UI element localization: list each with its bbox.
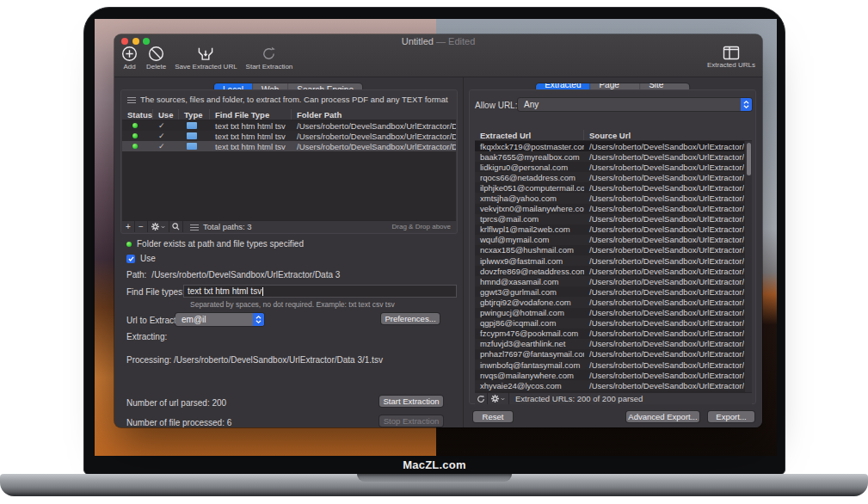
start-extraction-toolbar-button[interactable]: Start Extraction (246, 46, 293, 71)
check-icon: ✓ (153, 132, 179, 140)
use-checkbox[interactable] (126, 255, 135, 263)
source-url-cell: /Users/roberto/DevelSandbox/UrlExtractor… (584, 371, 752, 380)
folder-icon (187, 143, 197, 150)
status-dot (132, 144, 138, 149)
extracted-row[interactable]: ilphjke051@computermail.com/Users/robert… (475, 182, 752, 193)
extracted-url-cell: baak7655@myrealbox.com (475, 152, 584, 162)
source-url-cell: /Users/roberto/DevelSandbox/UrlExtractor… (584, 298, 752, 307)
extracted-row[interactable]: inwnbofq@fantasymail.com/Users/roberto/D… (475, 360, 752, 370)
extracted-row[interactable]: xhyvaie24@lycos.com/Users/roberto/DevelS… (475, 380, 752, 390)
extracted-row[interactable]: gbtjrqi92@vodafone.com/Users/roberto/Dev… (475, 297, 752, 307)
drag-drop-hint: Drag & Drop above (392, 223, 451, 230)
source-url-cell: /Users/roberto/DevelSandbox/UrlExtractor… (584, 287, 752, 297)
reload-button[interactable] (475, 393, 488, 404)
extracted-table-footer: Extracted URLs: 200 of 200 parsed (475, 392, 752, 404)
extracted-row[interactable]: ggwt3@gurlmail.com/Users/roberto/DevelSa… (475, 286, 752, 297)
extracted-url-cell: ggwt3@gurlmail.com (475, 287, 584, 297)
source-url-cell: /Users/roberto/DevelSandbox/UrlExtractor… (584, 183, 752, 193)
source-row[interactable]: ✓text txt htm html tsv/Users/roberto/Dev… (122, 120, 456, 131)
window-chrome: Untitled — Edited Add Delete (114, 34, 762, 77)
allow-url-popup[interactable]: Any (518, 98, 752, 111)
search-button[interactable] (169, 221, 182, 232)
extracted-table-body: fkqxlxck719@postmaster.com/Users/roberto… (475, 141, 752, 392)
extracted-url-cell: fzcypm476@pookmail.com (475, 329, 584, 338)
path-line: Path: /Users/roberto/DevelSandbox/UrlExt… (126, 270, 340, 280)
url-to-extract-popup[interactable]: em@il (175, 313, 264, 326)
delete-icon (148, 46, 164, 62)
stop-extraction-button[interactable]: Stop Extraction (379, 415, 443, 427)
extracted-url-cell: wquf@mymail.com (475, 235, 584, 244)
extracted-url-cell: rqocs66@netaddress.com (475, 173, 584, 182)
action-menu-button[interactable] (148, 221, 169, 232)
source-url-cell: /Users/roberto/DevelSandbox/UrlExtractor… (584, 235, 752, 244)
extracted-row[interactable]: qgpj86@icqmail.com/Users/roberto/DevelSa… (475, 318, 752, 329)
source-url-cell: /Users/roberto/DevelSandbox/UrlExtractor… (584, 381, 752, 390)
source-url-cell: /Users/roberto/DevelSandbox/UrlExtractor… (584, 308, 752, 317)
delete-button[interactable]: Delete (146, 46, 166, 71)
extracted-url-cell: dovzfre869@netaddress.com (475, 267, 584, 276)
export-button[interactable]: Export... (708, 411, 754, 422)
source-row[interactable]: ✓text txt htm html tsv/Users/roberto/Dev… (122, 141, 456, 151)
find-file-types-label: Find File types: (126, 287, 185, 297)
export-menu-button[interactable] (488, 393, 508, 404)
extracted-row[interactable]: mzfuvjd3@earthlink.net/Users/roberto/Dev… (475, 339, 752, 349)
sources-table-header: Status Use Type Find File Type Folder Pa… (122, 109, 456, 120)
extracted-row[interactable]: baak7655@myrealbox.com/Users/roberto/Dev… (475, 151, 752, 162)
extracted-row[interactable]: dovzfre869@netaddress.com/Users/roberto/… (475, 266, 752, 276)
find-file-types-help: Separated by spaces, no dot required. Ex… (190, 300, 395, 309)
extracted-row[interactable]: fkqxlxck719@postmaster.com/Users/roberto… (475, 141, 752, 151)
extracted-urls-panel-button[interactable]: Extracted URLs (707, 46, 755, 69)
extracted-row[interactable]: nvqs@mailanywhere.com/Users/roberto/Deve… (475, 370, 752, 380)
extracted-url-cell: vekvjtxn0@mailanywhere.com (475, 204, 584, 213)
source-url-cell: /Users/roberto/DevelSandbox/UrlExtractor… (584, 142, 752, 151)
check-icon: ✓ (153, 142, 179, 151)
extracted-row[interactable]: iplwwx9@fastmail.com/Users/roberto/Devel… (475, 255, 752, 266)
find-file-types-input[interactable]: text txt htm html tsv (183, 285, 457, 298)
sources-description: The sources, files and folder, to extrac… (127, 95, 448, 104)
extracted-row[interactable]: pwingucj@hotmail.com/Users/roberto/Devel… (475, 308, 752, 318)
folder-path-cell: /Users/roberto/DevelSandbox/UrlExtractor… (292, 142, 456, 151)
extracted-url-cell: xmtsjha@yahoo.com (475, 194, 584, 203)
remove-path-button[interactable]: − (135, 221, 148, 232)
check-icon: ✓ (153, 121, 179, 130)
advanced-export-button[interactable]: Advanced Export... (626, 411, 699, 422)
extracted-row[interactable]: krlflwpl1@mail2web.com/Users/roberto/Dev… (475, 224, 752, 235)
panel-icon (723, 46, 740, 60)
extracted-table: Extracted Url Source Url fkqxlxck719@pos… (475, 130, 752, 392)
source-url-cell: /Users/roberto/DevelSandbox/UrlExtractor… (584, 204, 752, 213)
add-path-button[interactable]: + (122, 221, 135, 232)
extracted-row[interactable]: hmnd@xasamail.com/Users/roberto/DevelSan… (475, 276, 752, 286)
extracted-row[interactable]: tprcs@mail.com/Users/roberto/DevelSandbo… (475, 214, 752, 224)
scrollbar-thumb[interactable] (747, 143, 751, 175)
add-button[interactable]: Add (121, 46, 138, 71)
save-extracted-url-button[interactable]: Save Extracted URL (175, 46, 237, 71)
extracted-row[interactable]: xmtsjha@yahoo.com/Users/roberto/DevelSan… (475, 193, 752, 203)
extracted-row[interactable]: wquf@mymail.com/Users/roberto/DevelSandb… (475, 235, 752, 245)
extracted-url-cell: nvqs@mailanywhere.com (475, 371, 584, 380)
extracted-row[interactable]: ncxax185@hushmail.com/Users/roberto/Deve… (475, 245, 752, 255)
brand-watermark: MacZL.com (83, 456, 785, 474)
scrollbar-track[interactable] (744, 141, 752, 392)
use-checkbox-row[interactable]: Use (126, 254, 156, 263)
extracted-row[interactable]: fzcypm476@pookmail.com/Users/roberto/Dev… (475, 329, 752, 339)
extracted-row[interactable]: lidkigru0@personal.com/Users/roberto/Dev… (475, 162, 752, 172)
extracted-url-cell: mzfuvjd3@earthlink.net (475, 339, 584, 348)
source-url-cell: /Users/roberto/DevelSandbox/UrlExtractor… (584, 194, 752, 203)
extracted-url-cell: ilphjke051@computermail.com (475, 183, 584, 193)
extracted-row[interactable]: vekvjtxn0@mailanywhere.com/Users/roberto… (475, 204, 752, 214)
sources-table: Status Use Type Find File Type Folder Pa… (122, 109, 456, 222)
popup-stepper-icon (741, 98, 752, 111)
edited-badge: — Edited (436, 36, 475, 46)
extracted-url-cell: iplwwx9@fastmail.com (475, 256, 584, 266)
status-dot (126, 242, 132, 247)
extracted-row[interactable]: rqocs66@netaddress.com/Users/roberto/Dev… (475, 172, 752, 182)
source-row[interactable]: ✓text txt htm html tsv/Users/roberto/Dev… (122, 131, 456, 141)
reset-button[interactable]: Reset (473, 411, 513, 422)
extracted-url-cell: ncxax185@hushmail.com (475, 245, 584, 255)
preferences-button[interactable]: Preferences... (381, 313, 440, 324)
start-extraction-button[interactable]: Start Extraction (379, 396, 443, 407)
extracted-row[interactable]: pnhazl7697@fantasymail.com/Users/roberto… (475, 349, 752, 360)
folder-path-cell: /Users/roberto/DevelSandbox/UrlExtractor… (292, 121, 456, 131)
source-url-cell: /Users/roberto/DevelSandbox/UrlExtractor… (584, 173, 752, 182)
extracted-groupbox: Allow URL: Any Extracted Url Source Url … (469, 89, 756, 404)
